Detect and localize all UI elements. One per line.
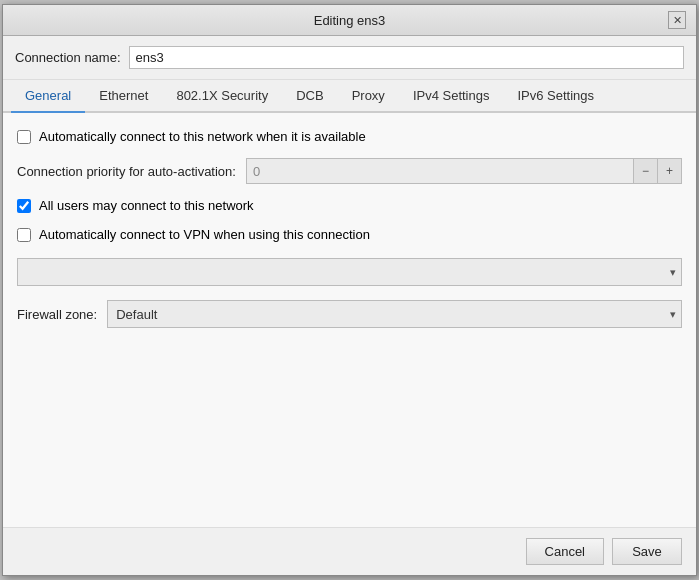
connection-name-input[interactable] [129,46,684,69]
connection-name-label: Connection name: [15,50,121,65]
priority-decrease-button[interactable]: − [634,158,658,184]
cancel-button[interactable]: Cancel [526,538,604,565]
priority-row: Connection priority for auto-activation:… [17,158,682,184]
firewall-select-wrapper: Default Public Home Work Internal Truste… [107,300,682,328]
save-button[interactable]: Save [612,538,682,565]
auto-connect-row: Automatically connect to this network wh… [17,129,682,144]
title-bar: Editing ens3 ✕ [3,5,696,36]
tab-proxy[interactable]: Proxy [338,80,399,113]
priority-input-group: − + [246,158,682,184]
main-window: Editing ens3 ✕ Connection name: General … [2,4,697,576]
tab-ipv6-settings[interactable]: IPv6 Settings [503,80,608,113]
tabs-bar: General Ethernet 802.1X Security DCB Pro… [3,80,696,113]
footer: Cancel Save [3,527,696,575]
firewall-label: Firewall zone: [17,307,97,322]
vpn-select[interactable] [17,258,682,286]
priority-input[interactable] [246,158,634,184]
tab-dcb[interactable]: DCB [282,80,337,113]
window-title: Editing ens3 [31,13,668,28]
vpn-select-wrapper: ▾ [17,258,682,286]
connection-name-row: Connection name: [3,36,696,80]
close-button[interactable]: ✕ [668,11,686,29]
vpn-connect-label: Automatically connect to VPN when using … [39,227,370,242]
tab-ethernet[interactable]: Ethernet [85,80,162,113]
auto-connect-label: Automatically connect to this network wh… [39,129,366,144]
all-users-checkbox[interactable] [17,199,31,213]
vpn-dropdown-group: ▾ [17,258,682,286]
vpn-connect-checkbox[interactable] [17,228,31,242]
tab-general[interactable]: General [11,80,85,113]
tab-content: Automatically connect to this network wh… [3,113,696,527]
all-users-label: All users may connect to this network [39,198,254,213]
priority-increase-button[interactable]: + [658,158,682,184]
auto-connect-checkbox[interactable] [17,130,31,144]
content-spacer [17,342,682,511]
priority-label: Connection priority for auto-activation: [17,164,236,179]
tab-ipv4-settings[interactable]: IPv4 Settings [399,80,504,113]
tab-8021x-security[interactable]: 802.1X Security [162,80,282,113]
all-users-row: All users may connect to this network [17,198,682,213]
vpn-connect-row: Automatically connect to VPN when using … [17,227,682,242]
firewall-select[interactable]: Default Public Home Work Internal Truste… [107,300,682,328]
firewall-row: Firewall zone: Default Public Home Work … [17,300,682,328]
